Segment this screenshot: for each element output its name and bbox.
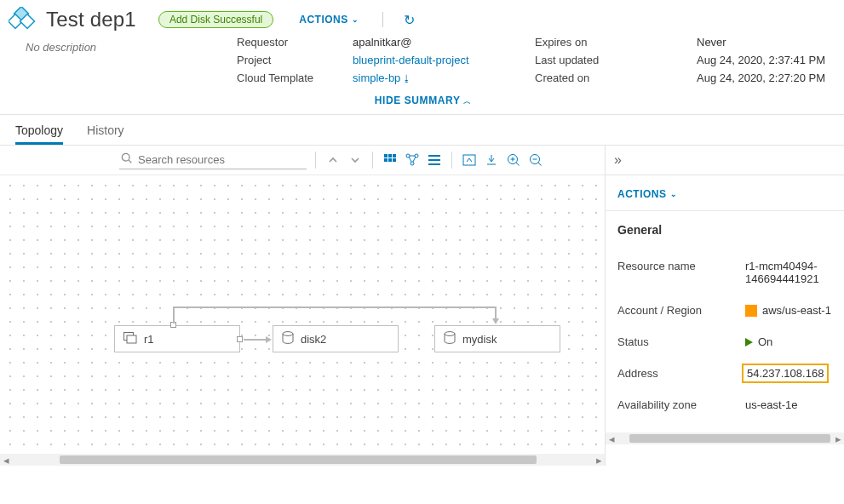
prop-account-region: Account / Region aws/us-east-1	[617, 295, 832, 326]
section-title-general: General	[617, 223, 832, 237]
nav-up-icon[interactable]	[324, 152, 342, 169]
node-label: r1	[144, 333, 154, 346]
tab-topology[interactable]: Topology	[15, 115, 63, 145]
refresh-icon[interactable]: ↻	[404, 12, 415, 28]
expires-value: Never	[697, 36, 825, 49]
scroll-left-icon[interactable]: ◂	[0, 454, 12, 466]
created-value: Aug 24, 2020, 2:27:20 PM	[697, 72, 825, 84]
zoom-out-icon[interactable]	[527, 152, 544, 169]
expires-label: Expires on	[535, 36, 666, 49]
scroll-left-icon[interactable]: ◂	[606, 432, 617, 444]
deployment-logo-icon	[9, 7, 37, 32]
topology-canvas[interactable]: r1 disk2 mydisk	[0, 175, 605, 454]
prop-address: Address 54.237.108.168	[617, 358, 832, 389]
svg-rect-10	[393, 158, 396, 162]
nav-down-icon[interactable]	[347, 152, 364, 169]
cloud-template-link[interactable]: simple-bp	[353, 72, 400, 84]
view-list-icon[interactable]	[426, 152, 443, 169]
chevron-up-icon: ︿	[463, 97, 469, 106]
node-label: mydisk	[462, 333, 497, 346]
prop-status: Status On	[617, 326, 832, 358]
svg-rect-7	[393, 154, 396, 158]
svg-point-3	[122, 153, 129, 161]
svg-rect-5	[384, 154, 388, 158]
status-on-icon	[745, 338, 753, 346]
svg-line-29	[538, 163, 542, 166]
chevron-down-icon: ⌄	[670, 190, 678, 198]
node-label: disk2	[301, 333, 326, 346]
search-icon	[121, 152, 133, 167]
updated-label: Last updated	[535, 54, 666, 66]
header-actions-dropdown[interactable]: ACTIONS⌄	[299, 14, 359, 26]
svg-rect-8	[384, 158, 388, 162]
svg-line-4	[129, 160, 131, 163]
node-disk2[interactable]: disk2	[273, 325, 399, 352]
arrowhead-icon	[266, 336, 272, 343]
project-link[interactable]: blueprint-default-project	[353, 54, 469, 66]
svg-rect-6	[388, 154, 392, 158]
svg-rect-20	[463, 155, 475, 165]
save-view-icon[interactable]	[483, 152, 500, 169]
svg-rect-31	[127, 335, 136, 343]
template-label: Cloud Template	[237, 72, 347, 84]
divider	[382, 12, 383, 27]
disk-icon	[282, 331, 294, 347]
tab-history[interactable]: History	[87, 115, 124, 145]
page-title: Test dep1	[46, 8, 136, 32]
prop-resource-name: Resource name r1-mcm40494-146694441921	[617, 250, 832, 295]
edge	[173, 306, 175, 324]
node-r1[interactable]: r1	[114, 325, 240, 352]
requestor-label: Requestor	[237, 36, 347, 49]
description-text: No description	[26, 41, 206, 54]
panel-collapse-icon[interactable]: »	[606, 146, 844, 175]
created-label: Created on	[535, 72, 666, 84]
download-icon[interactable]: ⭳	[402, 73, 411, 83]
canvas-horizontal-scrollbar[interactable]: ◂ ▸	[0, 454, 605, 466]
disk-icon	[444, 331, 456, 347]
view-grid-icon[interactable]	[382, 152, 399, 169]
scroll-right-icon[interactable]: ▸	[832, 432, 844, 444]
side-horizontal-scrollbar[interactable]: ◂ ▸	[606, 432, 844, 444]
svg-point-13	[411, 162, 414, 165]
status-badge: Add Disk Successful	[158, 11, 273, 28]
svg-rect-9	[388, 158, 392, 162]
aws-icon	[745, 305, 757, 317]
svg-point-33	[445, 331, 455, 335]
edge	[244, 339, 266, 341]
updated-value: Aug 24, 2020, 2:37:41 PM	[697, 54, 825, 66]
vm-icon	[123, 332, 137, 346]
search-input-wrap[interactable]	[119, 151, 307, 169]
side-actions-dropdown[interactable]: ACTIONS⌄	[617, 188, 677, 200]
svg-line-15	[413, 157, 416, 162]
search-input[interactable]	[138, 153, 305, 166]
address-highlight: 54.237.108.168	[742, 364, 829, 383]
prop-availability-zone: Availability zone us-east-1e	[617, 389, 832, 421]
svg-point-32	[283, 331, 293, 335]
project-label: Project	[237, 54, 347, 66]
chevron-down-icon: ⌄	[352, 15, 359, 24]
svg-line-14	[409, 157, 411, 162]
fit-screen-icon[interactable]	[461, 152, 478, 169]
scroll-right-icon[interactable]: ▸	[593, 454, 605, 466]
zoom-in-icon[interactable]	[505, 152, 522, 169]
view-graph-icon[interactable]	[404, 152, 421, 169]
hide-summary-button[interactable]: HIDE SUMMARY ︿	[9, 84, 835, 114]
edge	[173, 306, 497, 308]
arrowhead-icon	[492, 318, 499, 324]
requestor-value: apalnitkar@	[353, 36, 504, 49]
node-mydisk[interactable]: mydisk	[434, 325, 560, 352]
svg-line-26	[516, 163, 520, 166]
